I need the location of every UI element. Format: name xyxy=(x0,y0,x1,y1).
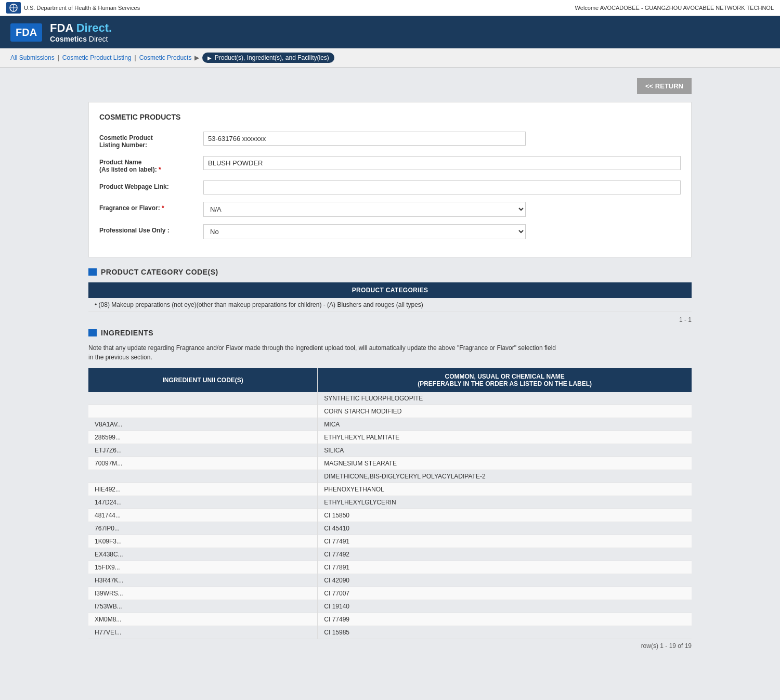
fda-header: FDA FDA Direct. Cosmetics Direct xyxy=(0,16,780,48)
sep2: | xyxy=(135,54,136,61)
webpage-input[interactable] xyxy=(203,180,681,195)
product-name-input[interactable] xyxy=(203,156,681,170)
breadcrumb-all-submissions[interactable]: All Submissions xyxy=(10,54,55,61)
return-btn-row: << RETURN xyxy=(88,78,692,94)
ingredient-code: 1K09F3... xyxy=(88,535,318,548)
list-item: DIMETHICONE,BIS-DIGLYCERYL POLYACYLADIPA… xyxy=(88,470,692,483)
categories-pagination: 1 - 1 xyxy=(88,316,692,323)
ingredients-title: INGREDIENTS xyxy=(101,329,153,337)
fda-direct-text: Direct. xyxy=(76,21,112,34)
ingredient-name: CI 15985 xyxy=(318,626,692,639)
ingredient-code-header: INGREDIENT UNII CODE(S) xyxy=(88,368,318,392)
list-item: 481744...CI 15850 xyxy=(88,509,692,522)
listing-number-input[interactable] xyxy=(203,132,526,146)
hhs-icon xyxy=(6,2,21,14)
table-row: • (08) Makeup preparations (not eye)(oth… xyxy=(88,298,692,312)
product-categories-table: PRODUCT CATEGORIES • (08) Makeup prepara… xyxy=(88,282,692,312)
listing-number-label: Cosmetic ProductListing Number: xyxy=(99,132,203,149)
ingredient-name: SYNTHETIC FLUORPHLOGOPITE xyxy=(318,392,692,405)
list-item: HIE492...PHENOXYETHANOL xyxy=(88,483,692,496)
list-item: 767IP0...CI 45410 xyxy=(88,522,692,535)
return-button[interactable]: << RETURN xyxy=(637,78,692,94)
hhs-label: U.S. Department of Health & Human Servic… xyxy=(24,5,140,11)
blue-bar-categories xyxy=(88,268,97,276)
ingredient-name: CORN STARCH MODIFIED xyxy=(318,405,692,418)
list-item: H3R47K...CI 42090 xyxy=(88,574,692,587)
row-pagination: row(s) 1 - 19 of 19 xyxy=(88,642,692,650)
list-item: I753WB...CI 19140 xyxy=(88,600,692,613)
ingredient-name: CI 42090 xyxy=(318,574,692,587)
list-item: 286599...ETHYLHEXYL PALMITATE xyxy=(88,431,692,444)
ingredient-code: HIE492... xyxy=(88,483,318,496)
product-name-label: Product Name(As listed on label): * xyxy=(99,156,203,173)
hhs-branding: U.S. Department of Health & Human Servic… xyxy=(6,2,140,14)
fda-cosmetics-text: Cosmetics Direct xyxy=(50,35,112,43)
cosmetic-products-card: COSMETIC PRODUCTS Cosmetic ProductListin… xyxy=(88,102,692,257)
breadcrumb-active: ▶ Product(s), Ingredient(s), and Facilit… xyxy=(202,53,334,63)
fda-title: FDA Direct. Cosmetics Direct xyxy=(50,21,112,43)
main-content: << RETURN COSMETIC PRODUCTS Cosmetic Pro… xyxy=(78,68,702,660)
list-item: CORN STARCH MODIFIED xyxy=(88,405,692,418)
list-item: ETJ7Z6...SILICA xyxy=(88,444,692,457)
fragrance-select[interactable]: N/A Fragrance Flavor Both xyxy=(203,202,526,217)
top-bar: U.S. Department of Health & Human Servic… xyxy=(0,0,780,16)
list-item: 70097M...MAGNESIUM STEARATE xyxy=(88,457,692,470)
list-item: V8A1AV...MICA xyxy=(88,418,692,431)
ingredient-name: ETHYLHEXYLGLYCERIN xyxy=(318,496,692,509)
ingredient-code: I753WB... xyxy=(88,600,318,613)
fda-brand-main: FDA Direct. xyxy=(50,21,112,35)
fragrance-row: Fragrance or Flavor: * N/A Fragrance Fla… xyxy=(99,202,681,217)
ingredient-code: 70097M... xyxy=(88,457,318,470)
ingredient-name: MICA xyxy=(318,418,692,431)
list-item: XM0M8...CI 77499 xyxy=(88,613,692,626)
welcome-text: Welcome AVOCADOBEE - GUANGZHOU AVOCABEE … xyxy=(575,5,774,11)
ingredient-code: H3R47K... xyxy=(88,574,318,587)
professional-select[interactable]: No Yes xyxy=(203,224,526,239)
ingredient-code: EX438C... xyxy=(88,548,318,561)
breadcrumb-arrow: ▶ xyxy=(207,55,212,61)
list-item: 15FIX9...CI 77891 xyxy=(88,561,692,574)
cosmetics-direct: Direct xyxy=(89,35,108,43)
ingredient-code xyxy=(88,392,318,405)
ingredient-code: XM0M8... xyxy=(88,613,318,626)
ingredient-code: 767IP0... xyxy=(88,522,318,535)
ingredient-code: ETJ7Z6... xyxy=(88,444,318,457)
ingredient-name: CI 77007 xyxy=(318,587,692,600)
list-item: I39WRS...CI 77007 xyxy=(88,587,692,600)
list-item: SYNTHETIC FLUORPHLOGOPITE xyxy=(88,392,692,405)
fragrance-label: Fragrance or Flavor: * xyxy=(99,202,203,212)
ingredient-code: 481744... xyxy=(88,509,318,522)
ingredient-code: V8A1AV... xyxy=(88,418,318,431)
ingredient-name: CI 77491 xyxy=(318,535,692,548)
ingredients-section: INGREDIENTS Note that any update regardi… xyxy=(88,329,692,650)
ingredient-name: CI 77891 xyxy=(318,561,692,574)
ingredient-code xyxy=(88,470,318,483)
ingredients-table: INGREDIENT UNII CODE(S) COMMON, USUAL OR… xyxy=(88,368,692,639)
ingredient-name: MAGNESIUM STEARATE xyxy=(318,457,692,470)
product-category-header: PRODUCT CATEGORY CODE(S) xyxy=(88,268,692,276)
breadcrumb-cosmetic-products[interactable]: Cosmetic Products xyxy=(139,54,192,61)
categories-col-header: PRODUCT CATEGORIES xyxy=(88,282,692,298)
ingredients-header: INGREDIENTS xyxy=(88,329,692,337)
breadcrumb-active-label: Product(s), Ingredient(s), and Facility(… xyxy=(215,54,329,61)
breadcrumb-cosmetic-listing[interactable]: Cosmetic Product Listing xyxy=(62,54,132,61)
product-category-section: PRODUCT CATEGORY CODE(S) PRODUCT CATEGOR… xyxy=(88,268,692,323)
ingredient-code: 147D24... xyxy=(88,496,318,509)
list-item: 1K09F3...CI 77491 xyxy=(88,535,692,548)
ingredient-name: CI 15850 xyxy=(318,509,692,522)
ingredient-name: ETHYLHEXYL PALMITATE xyxy=(318,431,692,444)
professional-row: Professional Use Only : No Yes xyxy=(99,224,681,239)
listing-number-row: Cosmetic ProductListing Number: xyxy=(99,132,681,149)
webpage-row: Product Webpage Link: xyxy=(99,180,681,195)
ingredients-note: Note that any update regarding Fragrance… xyxy=(88,343,692,362)
cosmetic-products-title: COSMETIC PRODUCTS xyxy=(99,113,681,124)
list-item: 147D24...ETHYLHEXYLGLYCERIN xyxy=(88,496,692,509)
ingredient-name: PHENOXYETHANOL xyxy=(318,483,692,496)
professional-label: Professional Use Only : xyxy=(99,224,203,234)
ingredient-name: CI 45410 xyxy=(318,522,692,535)
sep3: ▶ xyxy=(194,54,199,61)
fragrance-required: * xyxy=(162,204,164,212)
sep1: | xyxy=(58,54,59,61)
ingredient-name: CI 77492 xyxy=(318,548,692,561)
list-item: H77VEI...CI 15985 xyxy=(88,626,692,639)
